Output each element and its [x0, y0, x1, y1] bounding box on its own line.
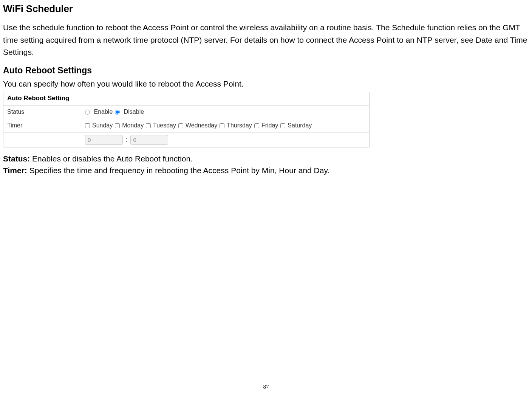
day-sunday-checkbox[interactable]	[85, 123, 90, 128]
day-monday-checkbox[interactable]	[115, 123, 120, 128]
status-label: Status	[7, 109, 85, 115]
definitions-block: Status: Enables or disables the Auto Reb…	[3, 153, 529, 177]
day-friday-text: Friday	[261, 122, 278, 129]
page-number: 87	[0, 384, 532, 390]
day-saturday-text: Saturday	[288, 122, 312, 129]
status-disable-option[interactable]: Disable	[115, 109, 144, 115]
timer-definition: Timer: Specifies the time and frequency …	[3, 164, 529, 177]
status-definition: Status: Enables or disables the Auto Reb…	[3, 153, 529, 165]
time-colon: :	[126, 136, 127, 143]
day-friday-option[interactable]: Friday	[254, 122, 278, 129]
timer-row: Timer Sunday Monday Tuesday Wednesday Th…	[3, 119, 369, 133]
minute-input[interactable]	[130, 135, 168, 145]
status-disable-radio[interactable]	[115, 110, 120, 115]
status-term: Status:	[3, 154, 30, 163]
status-enable-option[interactable]: Enable	[85, 109, 113, 115]
day-thursday-checkbox[interactable]	[220, 123, 224, 128]
day-sunday-option[interactable]: Sunday	[85, 122, 113, 129]
day-monday-option[interactable]: Monday	[115, 122, 144, 129]
auto-reboot-panel: Auto Reboot Setting Status Enable Disabl…	[3, 92, 370, 147]
day-thursday-text: Thursday	[227, 122, 252, 129]
timer-term: Timer:	[3, 166, 27, 175]
section-heading: Auto Reboot Settings	[3, 65, 529, 76]
day-tuesday-text: Tuesday	[153, 122, 176, 129]
day-tuesday-option[interactable]: Tuesday	[146, 122, 176, 129]
day-saturday-checkbox[interactable]	[280, 123, 285, 128]
status-disable-text: Disable	[124, 109, 144, 115]
day-wednesday-option[interactable]: Wednesday	[178, 122, 217, 129]
timer-def-text: Specifies the time and frequency in rebo…	[29, 166, 330, 175]
intro-paragraph: Use the schedule function to reboot the …	[3, 22, 529, 59]
status-enable-radio[interactable]	[85, 110, 90, 115]
day-monday-text: Monday	[122, 122, 144, 129]
day-wednesday-text: Wednesday	[186, 122, 217, 129]
day-tuesday-checkbox[interactable]	[146, 123, 151, 128]
time-row: :	[3, 133, 369, 147]
day-friday-checkbox[interactable]	[254, 123, 259, 128]
section-description: You can specify how often you would like…	[3, 79, 529, 88]
day-sunday-text: Sunday	[92, 122, 113, 129]
status-def-text: Enables or disables the Auto Reboot func…	[32, 154, 193, 163]
day-saturday-option[interactable]: Saturday	[280, 122, 312, 129]
panel-heading: Auto Reboot Setting	[3, 92, 369, 105]
day-thursday-option[interactable]: Thursday	[220, 122, 252, 129]
status-row: Status Enable Disable	[3, 105, 369, 119]
hour-input[interactable]	[85, 135, 123, 145]
day-wednesday-checkbox[interactable]	[178, 123, 183, 128]
page-title: WiFi Scheduler	[3, 3, 529, 15]
status-enable-text: Enable	[94, 109, 113, 115]
timer-label: Timer	[7, 122, 85, 129]
